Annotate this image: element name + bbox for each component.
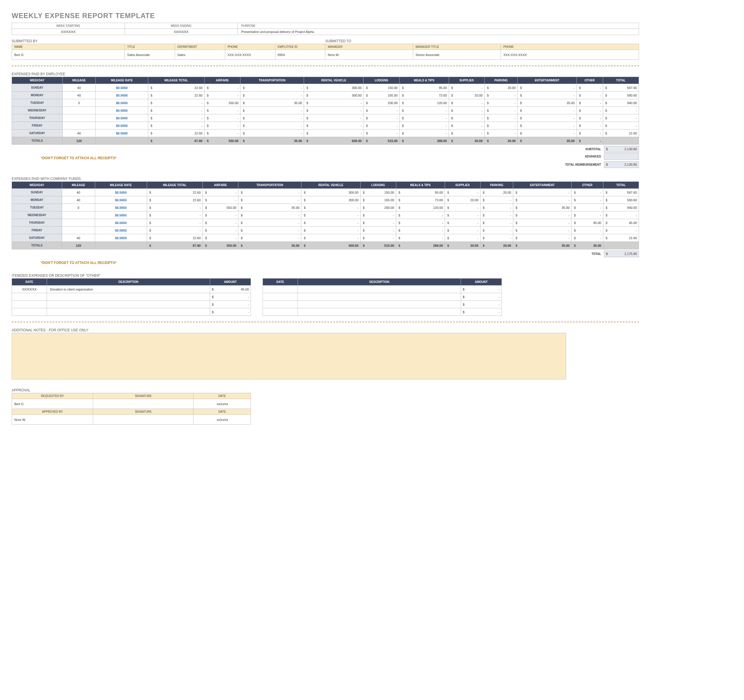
cell[interactable]: $- — [485, 114, 518, 122]
mileage-cell[interactable]: 40 — [62, 129, 96, 137]
cell[interactable]: $- — [204, 122, 240, 129]
cell[interactable]: $- — [571, 234, 603, 242]
cell[interactable]: $- — [513, 189, 571, 196]
cell[interactable]: $- — [304, 129, 363, 137]
cell[interactable]: $20.00 — [449, 92, 485, 99]
cell[interactable]: $200.00 — [360, 204, 396, 211]
cell[interactable]: $- — [240, 84, 304, 92]
cell[interactable]: $67.80 — [147, 242, 202, 250]
cell[interactable]: $- — [445, 234, 480, 242]
cell[interactable]: $- — [445, 219, 480, 227]
cell[interactable]: $- — [603, 211, 639, 219]
cell[interactable]: $- — [148, 114, 204, 122]
cell[interactable]: $940.00 — [603, 204, 639, 211]
cell[interactable]: $- — [304, 107, 363, 114]
cell[interactable]: $- — [147, 227, 202, 234]
mileage-cell[interactable] — [62, 219, 95, 227]
itemized-amt[interactable]: $- — [210, 308, 251, 316]
cell[interactable]: $- — [480, 219, 513, 227]
cell[interactable]: $- — [571, 211, 603, 219]
cell[interactable]: $- — [202, 219, 238, 227]
cell[interactable]: $35.00 — [240, 99, 304, 107]
cell[interactable]: $587.60 — [603, 84, 639, 92]
cell[interactable]: $- — [399, 114, 449, 122]
cell[interactable]: $- — [571, 227, 603, 234]
week-ending-value[interactable]: XX/XX/XX — [125, 29, 238, 35]
cell[interactable]: $- — [360, 227, 396, 234]
cell[interactable]: $288.00 — [399, 137, 449, 145]
cell[interactable]: $- — [603, 122, 639, 129]
cell[interactable]: $- — [301, 204, 360, 211]
cell[interactable]: $- — [204, 129, 240, 137]
cell[interactable]: $- — [603, 227, 639, 234]
mileage-cell[interactable]: 0 — [62, 204, 95, 211]
cell[interactable]: $- — [148, 107, 204, 114]
cell[interactable]: $- — [518, 84, 577, 92]
cell[interactable]: $- — [240, 114, 304, 122]
cell[interactable]: $- — [518, 92, 577, 99]
cell[interactable]: $- — [301, 211, 360, 219]
cell[interactable]: $- — [518, 107, 577, 114]
manager-value[interactable]: Nora W. — [325, 50, 413, 60]
cell[interactable]: $550.00 — [204, 137, 240, 145]
cell[interactable]: $- — [202, 211, 238, 219]
cell[interactable]: $- — [363, 107, 399, 114]
cell[interactable]: $20.00 — [485, 84, 518, 92]
itemized-date[interactable] — [12, 293, 47, 301]
cell[interactable]: $- — [513, 227, 571, 234]
cell[interactable]: $- — [202, 234, 238, 242]
mileage-cell[interactable] — [62, 122, 96, 129]
itemized-desc[interactable] — [298, 301, 461, 308]
cell[interactable]: $- — [238, 211, 301, 219]
cell[interactable]: $- — [396, 227, 445, 234]
itemized-date[interactable] — [263, 308, 298, 316]
cell[interactable]: $- — [577, 122, 603, 129]
cell[interactable]: $- — [204, 84, 240, 92]
phone-value[interactable]: XXX-XXX-XXXX — [225, 50, 275, 60]
cell[interactable]: $- — [202, 189, 238, 196]
cell[interactable]: $- — [240, 122, 304, 129]
department-value[interactable]: Sales — [175, 50, 225, 60]
cell[interactable]: $300.00 — [304, 84, 363, 92]
cell[interactable]: $- — [301, 227, 360, 234]
cell[interactable]: $35.00 — [518, 99, 577, 107]
cell[interactable]: $- — [399, 129, 449, 137]
cell[interactable]: $- — [445, 204, 480, 211]
cell[interactable]: $- — [449, 114, 485, 122]
cell[interactable]: $- — [480, 227, 513, 234]
cell[interactable]: $550.00 — [202, 242, 238, 250]
notes-box[interactable] — [12, 333, 566, 379]
cell[interactable]: $- — [204, 92, 240, 99]
mileage-cell[interactable] — [62, 211, 95, 219]
cell[interactable]: $35.00 — [240, 137, 304, 145]
cell[interactable]: $20.00 — [445, 196, 480, 204]
cell[interactable]: $22.60 — [148, 92, 204, 99]
requested-by-value[interactable]: Bert D. — [12, 399, 93, 409]
cell[interactable]: $120.00 — [396, 204, 445, 211]
cell[interactable]: $35.00 — [238, 242, 301, 250]
cell[interactable]: $300.00 — [304, 92, 363, 99]
cell[interactable]: $- — [147, 204, 202, 211]
cell[interactable]: $- — [449, 129, 485, 137]
cell[interactable]: $73.00 — [399, 92, 449, 99]
manager-title-value[interactable]: Senior Associate — [413, 50, 501, 60]
cell[interactable]: $- — [360, 234, 396, 242]
cell[interactable]: $67.80 — [148, 137, 204, 145]
employee-id-value[interactable]: 8954 — [275, 50, 325, 60]
cell[interactable]: $20.00 — [445, 242, 480, 250]
cell[interactable]: $- — [204, 107, 240, 114]
cell[interactable]: $- — [571, 204, 603, 211]
cell[interactable]: $- — [148, 122, 204, 129]
cell[interactable]: $- — [147, 211, 202, 219]
cell[interactable]: $- — [449, 107, 485, 114]
cell[interactable]: $- — [238, 219, 301, 227]
itemized-desc[interactable]: Donation to client organization — [47, 285, 210, 293]
cell[interactable]: $- — [148, 99, 204, 107]
itemized-date[interactable] — [12, 308, 47, 316]
cell[interactable]: $- — [577, 107, 603, 114]
cell[interactable]: $200.00 — [363, 99, 399, 107]
cell[interactable]: $- — [301, 234, 360, 242]
itemized-date[interactable]: XX/XX/XX — [12, 285, 47, 293]
cell[interactable]: $- — [513, 211, 571, 219]
cell[interactable]: $- — [304, 122, 363, 129]
